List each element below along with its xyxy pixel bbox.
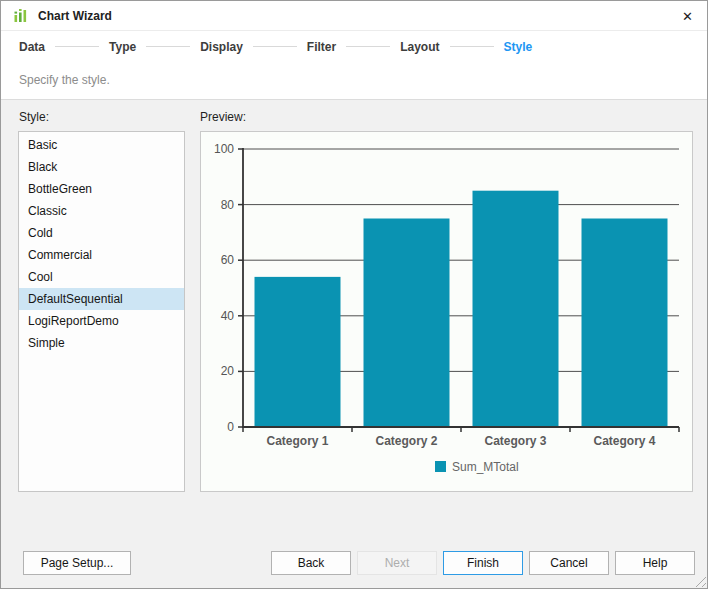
style-option-basic[interactable]: Basic — [19, 134, 184, 156]
step-connector — [450, 46, 494, 47]
legend-swatch — [435, 461, 446, 472]
style-option-logireportdemo[interactable]: LogiReportDemo — [19, 310, 184, 332]
step-connector — [55, 46, 99, 47]
page-subtitle: Specify the style. — [19, 73, 110, 87]
step-connector — [253, 46, 297, 47]
bar-category-4 — [582, 219, 668, 428]
style-option-commercial[interactable]: Commercial — [19, 244, 184, 266]
style-option-bottlegreen[interactable]: BottleGreen — [19, 178, 184, 200]
step-connector — [346, 46, 390, 47]
chart-wizard-icon — [13, 8, 29, 24]
dialog-header: Chart Wizard ✕ DataTypeDisplayFilterLayo… — [1, 1, 707, 100]
preview-label: Preview: — [200, 110, 246, 124]
step-connector — [146, 46, 190, 47]
title-bar: Chart Wizard ✕ — [1, 1, 707, 31]
x-category-label: Category 3 — [484, 434, 546, 448]
y-tick-label: 40 — [221, 309, 235, 323]
bar-category-3 — [473, 191, 559, 427]
cancel-button[interactable]: Cancel — [529, 551, 609, 575]
step-data[interactable]: Data — [19, 40, 45, 54]
page-setup-button[interactable]: Page Setup... — [23, 551, 131, 575]
style-option-defaultsequential[interactable]: DefaultSequential — [19, 288, 184, 310]
bar-category-2 — [364, 219, 450, 428]
finish-button[interactable]: Finish — [443, 551, 523, 575]
y-tick-label: 0 — [227, 420, 234, 434]
back-button[interactable]: Back — [271, 551, 351, 575]
style-option-cold[interactable]: Cold — [19, 222, 184, 244]
x-category-label: Category 1 — [266, 434, 328, 448]
style-option-black[interactable]: Black — [19, 156, 184, 178]
y-tick-label: 80 — [221, 198, 235, 212]
preview-bar-chart: 020406080100Category 1Category 2Category… — [201, 132, 692, 491]
legend-label: Sum_MTotal — [452, 460, 519, 474]
step-filter[interactable]: Filter — [307, 40, 336, 54]
close-icon[interactable]: ✕ — [679, 8, 696, 25]
step-nav: DataTypeDisplayFilterLayoutStyle — [1, 32, 707, 61]
style-list: BasicBlackBottleGreenClassicColdCommerci… — [18, 131, 185, 492]
y-tick-label: 20 — [221, 364, 235, 378]
resize-grip[interactable] — [693, 574, 706, 587]
style-option-cool[interactable]: Cool — [19, 266, 184, 288]
style-option-classic[interactable]: Classic — [19, 200, 184, 222]
x-category-label: Category 2 — [375, 434, 437, 448]
step-display[interactable]: Display — [200, 40, 243, 54]
style-list-label: Style: — [19, 110, 49, 124]
y-tick-label: 100 — [214, 142, 234, 156]
chart-wizard-dialog: Chart Wizard ✕ DataTypeDisplayFilterLayo… — [0, 0, 708, 589]
bar-category-1 — [255, 277, 341, 427]
style-option-simple[interactable]: Simple — [19, 332, 184, 354]
x-category-label: Category 4 — [593, 434, 655, 448]
y-tick-label: 60 — [221, 253, 235, 267]
subtitle-row: Specify the style. — [1, 61, 707, 98]
help-button[interactable]: Help — [615, 551, 695, 575]
next-button: Next — [357, 551, 437, 575]
step-type[interactable]: Type — [109, 40, 136, 54]
chart-svg-host: 020406080100Category 1Category 2Category… — [201, 132, 692, 491]
window-title: Chart Wizard — [38, 9, 112, 23]
step-layout[interactable]: Layout — [400, 40, 439, 54]
step-style[interactable]: Style — [504, 40, 533, 54]
chart-preview: 020406080100Category 1Category 2Category… — [200, 131, 693, 492]
